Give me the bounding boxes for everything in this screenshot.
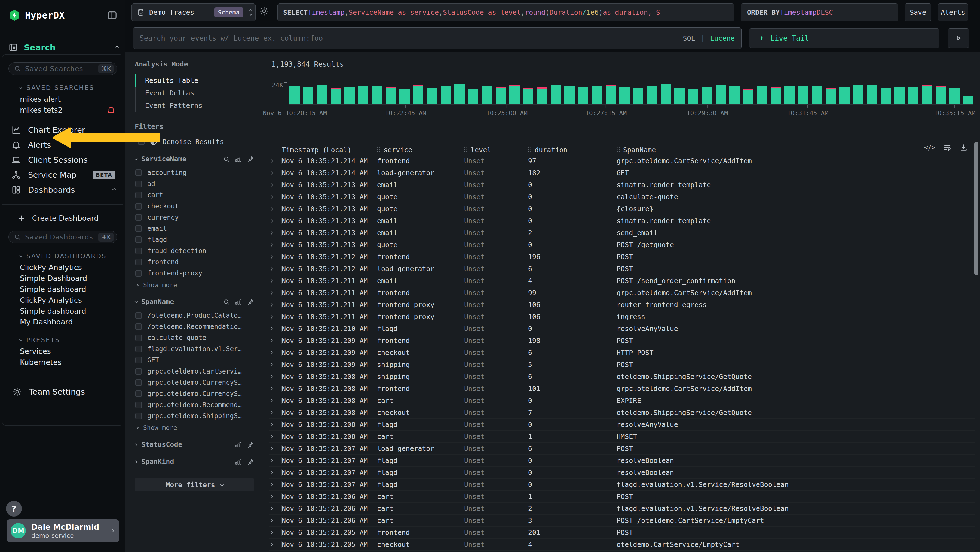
table-row[interactable]: Nov 6 10:35:21.209 AMfrontendUnset198POS… bbox=[269, 335, 975, 347]
nav-item-client-sessions[interactable]: Client Sessions bbox=[2, 152, 123, 167]
presets-header[interactable]: PRESETS bbox=[19, 337, 123, 343]
select-query-input[interactable]: SELECT Timestamp, ServiceName as service… bbox=[277, 3, 734, 21]
table-row[interactable]: Nov 6 10:35:21.209 AMshippingUnset5POST bbox=[269, 359, 975, 371]
drag-handle-icon[interactable] bbox=[528, 147, 531, 152]
filter-item[interactable]: fraud-detection bbox=[135, 247, 254, 255]
histogram-bar[interactable] bbox=[963, 96, 974, 104]
row-expand-cell[interactable] bbox=[269, 266, 282, 272]
table-row[interactable]: Nov 6 10:35:21.211 AMfrontend-proxyUnset… bbox=[269, 299, 975, 311]
filter-item[interactable]: GET bbox=[135, 356, 254, 364]
show-more-button[interactable]: Show more bbox=[136, 281, 254, 289]
filter-checkbox[interactable] bbox=[135, 379, 142, 386]
saved-dashboards-input[interactable]: Saved Dashboards ⌘K bbox=[8, 231, 117, 243]
results-histogram[interactable] bbox=[290, 84, 973, 105]
histogram-bar[interactable] bbox=[441, 86, 451, 104]
histogram-bar[interactable] bbox=[949, 88, 959, 104]
filter-item[interactable]: grpc.oteldemo.ShippingS… bbox=[135, 412, 254, 420]
nav-item-team-settings[interactable]: Team Settings bbox=[12, 387, 123, 397]
histogram-bar[interactable] bbox=[826, 88, 836, 104]
analysis-mode-option[interactable]: Results Table bbox=[135, 74, 254, 87]
filter-item[interactable]: calculate-quote bbox=[135, 334, 254, 341]
filter-checkbox[interactable] bbox=[135, 169, 142, 176]
histogram-bar[interactable] bbox=[427, 88, 437, 104]
saved-dashboard-item[interactable]: My Dashboard bbox=[2, 316, 123, 327]
row-expand-cell[interactable] bbox=[269, 517, 282, 524]
filter-checkbox[interactable] bbox=[135, 259, 142, 265]
pin-icon[interactable] bbox=[247, 458, 254, 465]
live-tail-button[interactable]: Live Tail bbox=[749, 28, 939, 48]
table-row[interactable]: Nov 6 10:35:21.211 AMemailUnset4POST /se… bbox=[269, 275, 975, 287]
table-row[interactable]: Nov 6 10:35:21.206 AMcartUnset2flagd.eva… bbox=[269, 503, 975, 515]
histogram-bar[interactable] bbox=[578, 87, 589, 104]
row-expand-cell[interactable] bbox=[269, 278, 282, 284]
histogram-bar[interactable] bbox=[592, 86, 602, 104]
row-expand-cell[interactable] bbox=[269, 218, 282, 224]
row-expand-cell[interactable] bbox=[269, 302, 282, 308]
histogram-bar[interactable] bbox=[619, 87, 630, 104]
table-row[interactable]: Nov 6 10:35:21.206 AMcartUnset1POST bbox=[269, 491, 975, 503]
nav-item-search[interactable]: Search bbox=[8, 41, 118, 53]
show-more-button[interactable]: Show more bbox=[136, 424, 254, 431]
row-expand-cell[interactable] bbox=[269, 206, 282, 212]
filter-item[interactable]: grpc.oteldemo.CurrencyS… bbox=[135, 379, 254, 386]
bar-chart-icon[interactable] bbox=[235, 458, 242, 465]
search-icon[interactable] bbox=[223, 156, 230, 163]
nav-item-chart-explorer[interactable]: Chart Explorer bbox=[2, 122, 123, 137]
saved-dashboard-item[interactable]: Simple dashboard bbox=[2, 305, 123, 316]
histogram-bar[interactable] bbox=[812, 86, 822, 104]
column-header[interactable]: duration bbox=[528, 146, 617, 154]
row-expand-cell[interactable] bbox=[269, 290, 282, 296]
row-expand-cell[interactable] bbox=[269, 386, 282, 392]
histogram-bar[interactable] bbox=[743, 89, 754, 104]
table-row[interactable]: Nov 6 10:35:21.211 AMfrontend-proxyUnset… bbox=[269, 311, 975, 323]
histogram-bar[interactable] bbox=[509, 85, 520, 104]
row-expand-cell[interactable] bbox=[269, 349, 282, 356]
histogram-bar[interactable] bbox=[523, 88, 533, 104]
drag-handle-icon[interactable] bbox=[377, 147, 380, 152]
filter-checkbox[interactable] bbox=[135, 413, 142, 419]
row-expand-cell[interactable] bbox=[269, 410, 282, 416]
filter-checkbox[interactable] bbox=[135, 270, 142, 276]
table-row[interactable]: Nov 6 10:35:21.205 AMcheckoutUnset4oteld… bbox=[269, 539, 975, 550]
bar-chart-icon[interactable] bbox=[235, 156, 242, 163]
histogram-bar[interactable] bbox=[290, 86, 300, 104]
histogram-bar[interactable] bbox=[908, 88, 918, 104]
filter-item[interactable]: checkout bbox=[135, 203, 254, 210]
table-row[interactable]: Nov 6 10:35:21.211 AMfrontendUnset99grpc… bbox=[269, 287, 975, 299]
row-expand-cell[interactable] bbox=[269, 421, 282, 428]
row-expand-cell[interactable] bbox=[269, 314, 282, 320]
mode-sql-toggle[interactable]: SQL bbox=[683, 34, 695, 42]
drag-handle-icon[interactable] bbox=[464, 147, 468, 152]
row-expand-cell[interactable] bbox=[269, 397, 282, 404]
filter-item[interactable]: frontend bbox=[135, 258, 254, 266]
pin-icon[interactable] bbox=[247, 156, 254, 163]
pin-icon[interactable] bbox=[247, 298, 254, 305]
filter-group-header[interactable]: SpanName bbox=[135, 298, 254, 306]
table-row[interactable]: Nov 6 10:35:21.213 AMemailUnset0sinatra.… bbox=[269, 215, 975, 227]
filter-item[interactable]: grpc.oteldemo.Recommend… bbox=[135, 401, 254, 409]
row-expand-cell[interactable] bbox=[269, 182, 282, 188]
row-expand-cell[interactable] bbox=[269, 194, 282, 200]
filter-checkbox[interactable] bbox=[135, 312, 142, 319]
table-row[interactable]: Nov 6 10:35:21.208 AMfrontendUnset101grp… bbox=[269, 383, 975, 395]
row-expand-cell[interactable] bbox=[269, 230, 282, 236]
filter-item[interactable]: email bbox=[135, 225, 254, 232]
histogram-bar[interactable] bbox=[564, 86, 575, 104]
filter-checkbox[interactable] bbox=[135, 214, 142, 221]
filter-checkbox[interactable] bbox=[135, 192, 142, 198]
saved-searches-header[interactable]: SAVED SEARCHES bbox=[19, 84, 123, 91]
table-row[interactable]: Nov 6 10:35:21.213 AMquoteUnset0calculat… bbox=[269, 191, 975, 203]
saved-dashboard-item[interactable]: ClickPy Analytics bbox=[2, 262, 123, 273]
table-row[interactable]: Nov 6 10:35:21.210 AMflagdUnset0resolveA… bbox=[269, 323, 975, 335]
denoise-checkbox[interactable] bbox=[138, 139, 145, 145]
row-expand-cell[interactable] bbox=[269, 158, 282, 164]
row-expand-cell[interactable] bbox=[269, 254, 282, 260]
table-row[interactable]: Nov 6 10:35:21.207 AMflagdUnset0resolveB… bbox=[269, 455, 975, 467]
table-row[interactable]: Nov 6 10:35:21.213 AMquoteUnset0{closure… bbox=[269, 203, 975, 215]
row-expand-cell[interactable] bbox=[269, 482, 282, 488]
histogram-bar[interactable] bbox=[674, 88, 685, 104]
collapse-sidebar-icon[interactable] bbox=[107, 10, 118, 21]
wrap-lines-icon[interactable] bbox=[943, 144, 951, 152]
row-expand-cell[interactable] bbox=[269, 242, 282, 248]
pin-icon[interactable] bbox=[247, 441, 254, 448]
